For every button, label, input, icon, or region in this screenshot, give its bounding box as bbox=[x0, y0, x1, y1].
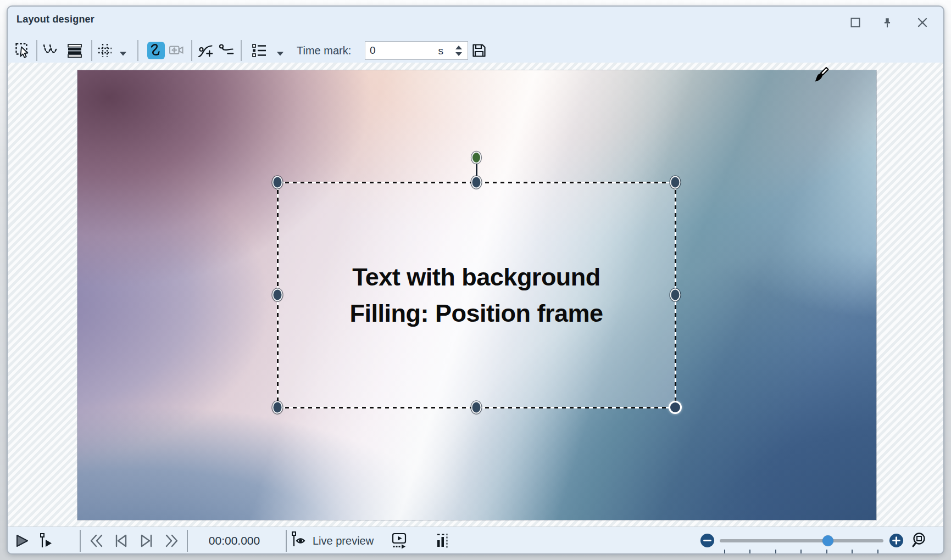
resize-handle-middle-left[interactable] bbox=[272, 289, 283, 301]
preview-window-icon bbox=[391, 531, 409, 550]
zoom-in-icon bbox=[889, 540, 904, 550]
pin-button[interactable] bbox=[879, 14, 896, 31]
close-button[interactable] bbox=[914, 14, 931, 31]
select-tool-button[interactable] bbox=[14, 41, 32, 60]
zoom-tick bbox=[826, 550, 827, 555]
frame-text-line2: Filling: Position frame bbox=[277, 295, 675, 332]
edit-curve-icon bbox=[42, 42, 59, 59]
camera-pan-icon bbox=[168, 42, 186, 59]
add-curve-point-icon bbox=[197, 42, 214, 59]
skip-backward-button[interactable] bbox=[87, 531, 106, 550]
frame-text-line1: Text with background bbox=[277, 259, 675, 295]
time-display: 00:00.000 bbox=[194, 534, 274, 547]
zoom-fit-button[interactable] bbox=[911, 531, 930, 550]
draw-motion-path-tool-button[interactable] bbox=[147, 42, 165, 59]
play-icon bbox=[12, 531, 31, 550]
resize-handle-bottom-left[interactable] bbox=[272, 401, 283, 414]
live-preview-marker-eye-icon bbox=[290, 530, 309, 551]
resize-handle-top-left[interactable] bbox=[272, 176, 283, 189]
next-frame-button[interactable] bbox=[137, 531, 155, 550]
object-list-button[interactable] bbox=[250, 41, 269, 60]
preview-window-button[interactable] bbox=[391, 531, 409, 550]
transport-separator bbox=[286, 530, 287, 552]
toolbar-separator bbox=[241, 40, 242, 61]
zoom-tick bbox=[877, 550, 878, 555]
previous-frame-icon bbox=[112, 531, 131, 550]
skip-backward-icon bbox=[87, 531, 106, 550]
grid-dropdown-button[interactable] bbox=[119, 48, 127, 53]
skip-forward-button[interactable] bbox=[162, 531, 181, 550]
close-icon bbox=[917, 18, 927, 27]
zoom-slider-thumb[interactable] bbox=[822, 535, 833, 546]
selected-text-frame[interactable]: Text with background Filling: Position f… bbox=[277, 182, 675, 407]
previous-frame-button[interactable] bbox=[112, 531, 131, 550]
zoom-out-icon bbox=[700, 540, 715, 550]
toolbar-separator bbox=[137, 40, 138, 61]
keyframe-track-icon bbox=[435, 531, 453, 550]
grid-tool-button[interactable] bbox=[96, 41, 114, 60]
toolbar-separator bbox=[191, 40, 192, 61]
brush-cursor bbox=[808, 65, 831, 88]
slide-canvas[interactable]: Text with background Filling: Position f… bbox=[77, 70, 876, 520]
layout-designer-window: Layout designer bbox=[7, 5, 944, 555]
resize-handle-top-right[interactable] bbox=[670, 176, 681, 189]
zoom-tick bbox=[724, 550, 725, 555]
time-mark-field: s bbox=[365, 41, 468, 60]
maximize-button[interactable] bbox=[847, 14, 864, 31]
stack-order-icon bbox=[66, 42, 84, 59]
spinner-up-button[interactable] bbox=[455, 46, 462, 49]
add-curve-point-button[interactable] bbox=[196, 41, 215, 60]
save-button[interactable] bbox=[470, 41, 488, 60]
time-mark-spinner bbox=[453, 42, 465, 59]
object-list-icon bbox=[251, 42, 268, 59]
maximize-icon bbox=[850, 17, 861, 28]
remove-curve-point-button[interactable] bbox=[217, 41, 236, 60]
chevron-down-icon bbox=[276, 48, 284, 58]
spinner-down-button[interactable] bbox=[455, 52, 462, 56]
select-tool-icon bbox=[14, 42, 32, 59]
camera-pan-tool-button[interactable] bbox=[168, 41, 186, 60]
zoom-tick bbox=[800, 550, 802, 555]
time-mark-label: Time mark: bbox=[297, 44, 351, 57]
edit-curve-tool-button[interactable] bbox=[41, 41, 60, 60]
stack-order-tool-button[interactable] bbox=[65, 41, 84, 60]
live-preview-label: Live preview bbox=[313, 535, 374, 547]
workspace-area: Text with background Filling: Position f… bbox=[8, 63, 943, 527]
rotation-handle[interactable] bbox=[471, 152, 481, 164]
play-from-marker-icon bbox=[38, 531, 57, 550]
zoom-tick bbox=[749, 550, 750, 555]
resize-handle-bottom-center[interactable] bbox=[471, 401, 482, 414]
live-preview-toggle[interactable]: Live preview bbox=[290, 531, 374, 550]
next-frame-icon bbox=[137, 531, 155, 550]
pin-icon bbox=[881, 16, 893, 29]
remove-curve-point-icon bbox=[218, 42, 235, 59]
resize-handle-middle-right[interactable] bbox=[670, 289, 681, 301]
chevron-down-icon bbox=[119, 48, 127, 58]
toolbar-separator bbox=[91, 40, 92, 61]
skip-forward-icon bbox=[162, 531, 181, 550]
resize-handle-bottom-right[interactable] bbox=[669, 401, 682, 414]
transport-separator bbox=[80, 530, 81, 552]
time-mark-input[interactable] bbox=[366, 43, 427, 58]
object-list-dropdown-button[interactable] bbox=[276, 48, 284, 53]
play-button[interactable] bbox=[12, 531, 31, 550]
save-icon bbox=[470, 42, 488, 59]
zoom-tick bbox=[775, 550, 776, 555]
frame-text: Text with background Filling: Position f… bbox=[277, 259, 675, 332]
toolbar-separator bbox=[36, 40, 37, 61]
grid-icon bbox=[96, 42, 114, 59]
keyframe-track-button[interactable] bbox=[435, 531, 453, 550]
zoom-fit-icon bbox=[911, 531, 930, 550]
zoom-out-button[interactable] bbox=[700, 533, 715, 548]
motion-path-icon bbox=[148, 42, 164, 59]
transport-bar: 00:00.000 Live preview bbox=[8, 527, 943, 553]
resize-handle-top-center[interactable] bbox=[471, 176, 482, 189]
play-from-marker-button[interactable] bbox=[38, 531, 57, 550]
window-title: Layout designer bbox=[16, 14, 94, 25]
zoom-in-button[interactable] bbox=[889, 533, 904, 548]
zoom-tick bbox=[852, 550, 853, 555]
zoom-slider-track[interactable] bbox=[720, 539, 883, 542]
transport-separator bbox=[187, 530, 188, 552]
time-mark-unit: s bbox=[438, 45, 444, 57]
